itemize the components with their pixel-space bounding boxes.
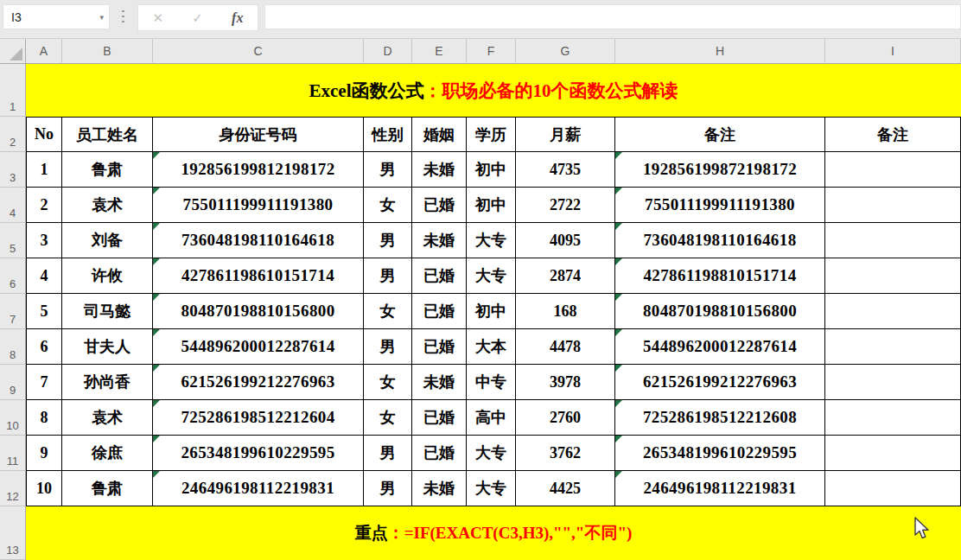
cell-gender[interactable]: 男 <box>364 436 412 471</box>
cell-name[interactable]: 孙尚香 <box>62 365 153 400</box>
cell-id-number[interactable]: 725286198512212604 <box>153 400 364 436</box>
cell-remark-empty[interactable] <box>825 436 961 471</box>
column-header-e[interactable]: E <box>412 39 467 64</box>
cell-marital[interactable]: 已婚 <box>412 188 467 223</box>
column-header-b[interactable]: B <box>62 39 153 64</box>
cell-remark-empty[interactable] <box>825 223 961 258</box>
cell-marital[interactable]: 未婚 <box>412 365 467 400</box>
column-header-f[interactable]: F <box>467 39 516 64</box>
cell-marital[interactable]: 已婚 <box>412 436 467 471</box>
cancel-icon[interactable]: ✕ <box>153 10 164 26</box>
column-header-i[interactable]: I <box>825 39 961 64</box>
header-gender[interactable]: 性别 <box>364 117 412 152</box>
cell-salary[interactable]: 4478 <box>516 329 615 365</box>
header-education[interactable]: 学历 <box>467 117 516 152</box>
select-all-corner[interactable] <box>0 39 26 64</box>
cell-no[interactable]: 2 <box>26 188 62 223</box>
cell-remark-empty[interactable] <box>825 258 961 294</box>
cell-name[interactable]: 鲁肃 <box>62 471 153 506</box>
row-number[interactable]: 1 <box>0 64 26 117</box>
enter-icon[interactable]: ✓ <box>192 10 203 26</box>
cell-remark-empty[interactable] <box>825 329 961 365</box>
cell-remark-empty[interactable] <box>825 188 961 223</box>
name-box[interactable]: I3 ▾ <box>3 4 110 29</box>
cell-note[interactable]: 804870198810156800 <box>615 294 825 329</box>
cell-name[interactable]: 刘备 <box>62 223 153 258</box>
cell-note[interactable]: 265348199610229595 <box>615 436 825 471</box>
cell-salary[interactable]: 2874 <box>516 258 615 294</box>
cell-id-number[interactable]: 621526199212276963 <box>153 365 364 400</box>
cell-salary[interactable]: 3762 <box>516 436 615 471</box>
cell-name[interactable]: 鲁肃 <box>62 152 153 188</box>
cell-no[interactable]: 10 <box>26 471 62 506</box>
cell-salary[interactable]: 4095 <box>516 223 615 258</box>
cell-gender[interactable]: 女 <box>364 365 412 400</box>
cell-name[interactable]: 袁术 <box>62 400 153 436</box>
row-number[interactable]: 4 <box>0 188 26 223</box>
header-note[interactable]: 备注 <box>615 117 825 152</box>
cell-name[interactable]: 甘夫人 <box>62 329 153 365</box>
cell-salary[interactable]: 4425 <box>516 471 615 506</box>
header-remark[interactable]: 备注 <box>825 117 961 152</box>
cell-id-number[interactable]: 192856199812198172 <box>153 152 364 188</box>
cell-gender[interactable]: 男 <box>364 471 412 506</box>
cell-remark-empty[interactable] <box>825 471 961 506</box>
cell-marital[interactable]: 已婚 <box>412 258 467 294</box>
row-number[interactable]: 6 <box>0 258 26 294</box>
row-number[interactable]: 8 <box>0 329 26 365</box>
header-employee-name[interactable]: 员工姓名 <box>62 117 153 152</box>
cell-no[interactable]: 4 <box>26 258 62 294</box>
cell-name[interactable]: 司马懿 <box>62 294 153 329</box>
cell-name[interactable]: 许攸 <box>62 258 153 294</box>
cell-note[interactable]: 755011199911191380 <box>615 188 825 223</box>
cell-note[interactable]: 544896200012287614 <box>615 329 825 365</box>
row-number[interactable]: 2 <box>0 117 26 152</box>
cell-id-number[interactable]: 544896200012287614 <box>153 329 364 365</box>
cell-note[interactable]: 736048198110164618 <box>615 223 825 258</box>
cell-education[interactable]: 初中 <box>467 294 516 329</box>
cell-id-number[interactable]: 804870198810156800 <box>153 294 364 329</box>
insert-function-icon[interactable]: fx <box>232 10 243 26</box>
cell-no[interactable]: 9 <box>26 436 62 471</box>
cell-remark-empty[interactable] <box>825 365 961 400</box>
cell-id-number[interactable]: 755011199911191380 <box>153 188 364 223</box>
column-header-c[interactable]: C <box>153 39 364 64</box>
cell-id-number[interactable]: 265348199610229595 <box>153 436 364 471</box>
cell-gender[interactable]: 男 <box>364 152 412 188</box>
cell-gender[interactable]: 女 <box>364 188 412 223</box>
footer-banner-cell[interactable]: 重点：=IF(EXACT(C3,H3),"","不同") <box>26 506 961 560</box>
cell-remark-empty[interactable] <box>825 152 961 188</box>
cell-education[interactable]: 大专 <box>467 223 516 258</box>
cell-education[interactable]: 大专 <box>467 436 516 471</box>
cell-salary[interactable]: 4735 <box>516 152 615 188</box>
cell-gender[interactable]: 男 <box>364 258 412 294</box>
cell-note[interactable]: 621526199212276963 <box>615 365 825 400</box>
cell-no[interactable]: 7 <box>26 365 62 400</box>
cell-marital[interactable]: 已婚 <box>412 294 467 329</box>
row-number[interactable]: 9 <box>0 365 26 400</box>
cell-education[interactable]: 初中 <box>467 152 516 188</box>
row-number[interactable]: 7 <box>0 294 26 329</box>
column-header-d[interactable]: D <box>364 39 412 64</box>
cell-no[interactable]: 3 <box>26 223 62 258</box>
cell-gender[interactable]: 男 <box>364 329 412 365</box>
cell-name[interactable]: 袁术 <box>62 188 153 223</box>
header-marital[interactable]: 婚姻 <box>412 117 467 152</box>
cell-salary[interactable]: 3978 <box>516 365 615 400</box>
row-number[interactable]: 10 <box>0 400 26 436</box>
header-id-number[interactable]: 身份证号码 <box>153 117 364 152</box>
row-number[interactable]: 11 <box>0 436 26 471</box>
cell-marital[interactable]: 未婚 <box>412 223 467 258</box>
cell-marital[interactable]: 已婚 <box>412 329 467 365</box>
cell-note[interactable]: 427861198810151714 <box>615 258 825 294</box>
chevron-down-icon[interactable]: ▾ <box>99 13 104 22</box>
cell-id-number[interactable]: 246496198112219831 <box>153 471 364 506</box>
cell-gender[interactable]: 女 <box>364 400 412 436</box>
cell-id-number[interactable]: 736048198110164618 <box>153 223 364 258</box>
column-header-h[interactable]: H <box>615 39 825 64</box>
cell-salary[interactable]: 168 <box>516 294 615 329</box>
cell-note[interactable]: 246496198112219831 <box>615 471 825 506</box>
cell-no[interactable]: 6 <box>26 329 62 365</box>
cell-education[interactable]: 大专 <box>467 258 516 294</box>
cell-id-number[interactable]: 427861198610151714 <box>153 258 364 294</box>
